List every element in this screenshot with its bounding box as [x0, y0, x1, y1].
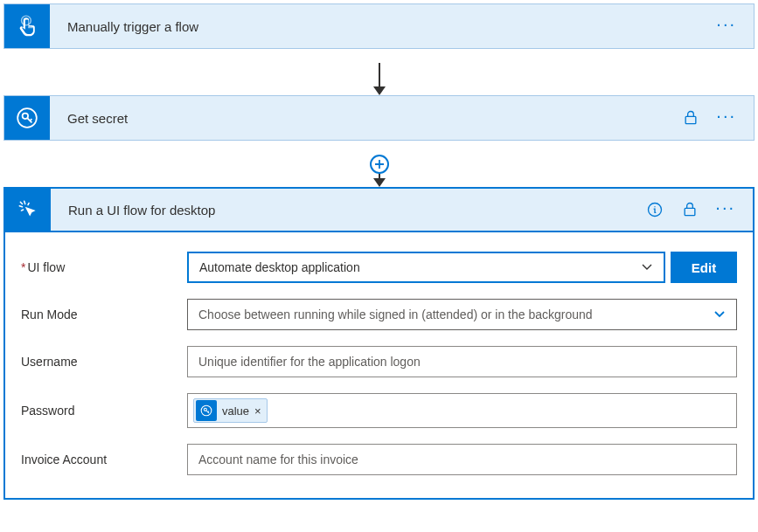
field-label-username: Username [21, 355, 187, 369]
more-icon[interactable]: ··· [716, 107, 736, 129]
flow-step-run-ui-flow[interactable]: Run a UI flow for desktop ··· [3, 187, 755, 232]
token-remove-icon[interactable]: × [254, 404, 261, 418]
svg-point-0 [22, 16, 31, 25]
field-label-invoice: Invoice Account [21, 453, 187, 466]
keyvault-icon [4, 96, 50, 140]
dynamic-content-token[interactable]: value × [193, 398, 268, 423]
lock-icon[interactable] [680, 200, 699, 219]
more-icon[interactable]: ··· [716, 15, 736, 38]
touch-icon [4, 4, 50, 48]
svg-rect-5 [685, 208, 695, 215]
connector-arrow [3, 148, 755, 187]
connector-arrow [3, 56, 755, 95]
step-title: Get secret [50, 111, 681, 126]
svg-point-2 [23, 114, 28, 120]
password-input[interactable]: value × [187, 393, 737, 428]
field-label-uiflow: *UI flow [21, 260, 187, 274]
step-title: Manually trigger a flow [50, 19, 716, 34]
edit-button[interactable]: Edit [671, 252, 737, 283]
username-input[interactable] [187, 346, 737, 377]
uiflow-select[interactable]: Automate desktop application [187, 252, 665, 283]
field-label-runmode: Run Mode [21, 307, 187, 321]
lock-icon[interactable] [681, 108, 700, 128]
add-step-button[interactable] [370, 155, 389, 174]
step-body: *UI flow Automate desktop application Ed… [3, 232, 755, 500]
field-label-password: Password [21, 404, 187, 418]
chevron-down-icon [713, 308, 726, 321]
runmode-select[interactable]: Choose between running while signed in (… [187, 299, 737, 330]
step-title: Run a UI flow for desktop [51, 203, 645, 218]
svg-rect-3 [685, 116, 696, 123]
flow-step-get-secret[interactable]: Get secret ··· [3, 95, 755, 141]
info-icon[interactable] [645, 200, 664, 219]
invoice-input[interactable] [187, 444, 737, 475]
chevron-down-icon [641, 261, 653, 273]
flow-step-trigger[interactable]: Manually trigger a flow ··· [3, 3, 755, 49]
svg-point-7 [204, 408, 206, 411]
more-icon[interactable]: ··· [715, 198, 735, 221]
cursor-click-icon [5, 189, 51, 231]
keyvault-icon [196, 400, 217, 421]
